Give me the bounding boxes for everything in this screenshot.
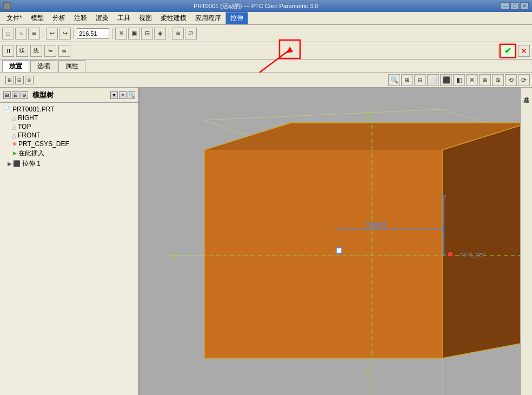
menu-view[interactable]: 视图 (135, 12, 156, 24)
tab-placement[interactable]: 放置 (2, 60, 29, 72)
toolbar-sketch-btn[interactable]: ○ (15, 28, 27, 40)
plane-icon-front: △ (12, 132, 16, 139)
extrude-toolbar: ⏸ 状 统 ㎞ ∞ ✔ ✕ (0, 42, 532, 60)
model-tree-title: 模型树 (32, 90, 108, 100)
sidebar-header: ⊞ ⊟ ⊛ 模型树 ▼ ≡ 🔍 (0, 88, 138, 103)
tree-search-btn[interactable]: 🔍 (128, 91, 135, 99)
tree-item-root[interactable]: 📄 PRT0001.PRT (2, 105, 136, 114)
view-icon-btn1: ⊞ (5, 76, 14, 84)
tab-options[interactable]: 选项 (30, 60, 57, 72)
tree-label-root: PRT0001.PRT (12, 106, 55, 113)
svg-text:V: V (173, 252, 177, 260)
view-shading-btn[interactable]: ◧ (453, 74, 465, 86)
toolbar-undo-btn[interactable]: ↩ (46, 28, 58, 40)
status-btn2[interactable]: 统 (30, 45, 42, 57)
menu-extrude[interactable]: 拉伸 (225, 12, 248, 24)
tree-label-insert: 在此插入 (18, 149, 44, 158)
file-icon: 📄 (3, 106, 11, 113)
close-button[interactable]: ✕ (520, 2, 529, 10)
view-spin-btn[interactable]: ⊕ (479, 74, 491, 86)
separator1 (43, 28, 43, 39)
separator3 (112, 28, 112, 39)
main-area: ⊞ ⊟ ⊛ 模型树 ▼ ≡ 🔍 📄 PRT0001.PRT △ RIGHT △ (0, 88, 532, 395)
param-btn2[interactable]: ∞ (58, 45, 70, 57)
tree-label-csys: PRT_CSYS_DEF (18, 140, 69, 148)
param-btn1[interactable]: ㎞ (44, 45, 56, 57)
toolbar-flip-btn[interactable]: ✕ (115, 28, 127, 40)
3d-viewport[interactable]: H H V V 216.51 CSYS_DEF (139, 88, 520, 395)
main-toolbar: □ ○ ≡ ↩ ↪ ✕ ▣ ⊟ ◈ ≋ ∅ (0, 25, 532, 42)
toolbar-grid-btn[interactable]: ≡ (28, 28, 40, 40)
zoom-fit-btn[interactable]: ⬜ (427, 74, 439, 86)
plane-icon-right: △ (12, 115, 16, 122)
tree-filter-btn[interactable]: ≡ (119, 91, 127, 99)
toolbar-select-btn[interactable]: □ (2, 28, 14, 40)
view-toolbar: ⊞ ⊟ ⊛ 🔍 ⊕ ⊖ ⬜ ⬛ ◧ ✕ ⊕ ≋ ⟲ ⟳ (0, 73, 532, 88)
zoom-out-btn[interactable]: ⊖ (414, 74, 426, 86)
toolbar-solid-btn[interactable]: ▣ (128, 28, 140, 40)
window-title: PRT0001 (活动的) — PTC Creo Parametric 3.0 (11, 2, 501, 10)
view-extra2[interactable]: ⟲ (505, 74, 517, 86)
tree-item-insert[interactable]: ➤ 在此插入 (2, 148, 136, 159)
menu-file[interactable]: 文件* (2, 12, 26, 24)
tree-item-front[interactable]: △ FRONT (2, 131, 136, 140)
tree-label-extrude: 拉伸 1 (22, 159, 41, 168)
toolbar-redo-btn[interactable]: ↪ (59, 28, 71, 40)
view-icon-btn3: ⊛ (25, 76, 34, 84)
tree-item-top[interactable]: △ TOP (2, 122, 136, 131)
svg-rect-18 (336, 248, 342, 253)
toolbar-subtract-btn[interactable]: ⊟ (141, 28, 153, 40)
menu-flexible[interactable]: 柔性建模 (156, 12, 191, 24)
toolbar-intersect-btn[interactable]: ◈ (154, 28, 166, 40)
tree-label-top: TOP (18, 123, 31, 130)
tree-item-extrude[interactable]: ▶ ⬛ 拉伸 1 (2, 159, 136, 169)
tree-label-right: RIGHT (18, 114, 38, 122)
menu-bar: 文件* 模型 分析 注释 渲染 工具 视图 柔性建模 应用程序 拉伸 (0, 12, 532, 25)
extrude-icon: ⬛ (13, 160, 21, 167)
plane-icon-top: △ (12, 123, 16, 130)
view-extra1[interactable]: ≋ (492, 74, 504, 86)
tree-item-right[interactable]: △ RIGHT (2, 114, 136, 122)
confirm-button[interactable]: ✔ (500, 44, 516, 58)
tree-icon-small1[interactable]: ⊞ (3, 91, 11, 99)
separator2 (74, 28, 74, 39)
view-icon-btn2: ⊟ (15, 76, 24, 84)
svg-text:CSYS_DEF: CSYS_DEF (460, 252, 486, 258)
menu-annotation[interactable]: 注释 (70, 12, 91, 24)
status-btn1[interactable]: 状 (16, 45, 28, 57)
menu-analysis[interactable]: 分析 (48, 12, 70, 24)
tree-icon-small2[interactable]: ⊟ (12, 91, 19, 99)
right-panel: 基准 (520, 88, 532, 395)
view-extra3[interactable]: ⟳ (518, 74, 530, 86)
tree-icon-small3[interactable]: ⊛ (21, 91, 28, 99)
model-tree: 📄 PRT0001.PRT △ RIGHT △ TOP △ FRONT ✳ PR… (0, 103, 138, 395)
svg-text:216.51: 216.51 (367, 221, 387, 229)
toolbar-sym-btn[interactable]: ∅ (185, 28, 197, 40)
cancel-button[interactable]: ✕ (518, 45, 530, 57)
svg-text:H: H (365, 368, 370, 376)
tree-item-csys[interactable]: ✳ PRT_CSYS_DEF (2, 140, 136, 148)
separator4 (169, 28, 169, 39)
svg-text:H: H (365, 113, 370, 120)
dimension-input[interactable] (77, 28, 109, 39)
sidebar: ⊞ ⊟ ⊛ 模型树 ▼ ≡ 🔍 📄 PRT0001.PRT △ RIGHT △ (0, 88, 139, 395)
insert-icon: ➤ (12, 150, 17, 157)
menu-model[interactable]: 模型 (26, 12, 48, 24)
tree-settings-btn[interactable]: ▼ (110, 91, 118, 99)
pause-button[interactable]: ⏸ (2, 45, 14, 57)
menu-tools[interactable]: 工具 (113, 12, 135, 24)
feature-subtabs: 放置 选项 属性 (0, 60, 532, 73)
toolbar-capped-btn[interactable]: ≋ (172, 28, 184, 40)
title-bar: PRT0001 (活动的) — PTC Creo Parametric 3.0 … (0, 0, 532, 12)
menu-render[interactable]: 渲染 (91, 12, 113, 24)
maximize-button[interactable]: □ (510, 2, 519, 10)
app-icon (3, 2, 11, 10)
tab-properties[interactable]: 属性 (58, 60, 85, 72)
menu-apps[interactable]: 应用程序 (191, 12, 225, 24)
minimize-button[interactable]: — (501, 2, 509, 10)
svg-marker-4 (442, 123, 520, 358)
zoom-in-plus-btn[interactable]: ⊕ (401, 74, 413, 86)
view-more-btn[interactable]: ✕ (466, 74, 478, 86)
zoom-in-btn[interactable]: 🔍 (388, 74, 400, 86)
view-orient-btn[interactable]: ⬛ (440, 74, 452, 86)
